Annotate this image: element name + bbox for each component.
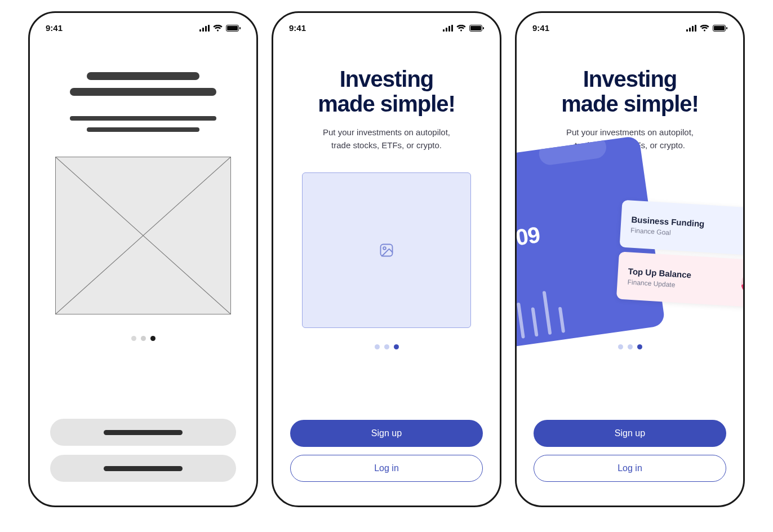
wf-button-label-placeholder [104,466,183,471]
onboarding-image-area [290,169,483,332]
svg-rect-14 [470,26,481,30]
goal-card-title: Top Up Balance [628,266,691,280]
progress-ring: 70% [740,271,745,297]
svg-rect-12 [451,25,453,32]
page-dot[interactable] [394,344,399,349]
page-indicator[interactable] [290,344,483,349]
status-bar: 9:41 [273,13,500,38]
wf-subtitle-line [70,116,216,121]
progress-label: 70% [740,271,745,297]
image-placeholder-box [302,172,471,328]
wireframe-content [30,38,256,506]
title-line: Investing [340,66,434,91]
svg-rect-3 [208,25,210,32]
status-icons [686,25,727,32]
signal-icon [199,25,210,32]
onboarding-button-group: Sign up Log in [290,420,483,487]
onboarding-subtitle: Put your investments on autopilot, trade… [290,126,483,152]
title-line: made simple! [561,91,699,116]
status-time: 9:41 [289,23,306,33]
battery-icon [713,25,727,32]
wf-secondary-button[interactable] [50,455,236,482]
subtitle-line: Put your investments on autopilot, [566,127,694,137]
svg-rect-6 [239,27,241,29]
wifi-icon [456,25,466,32]
goal-card-business-funding: Business Funding Finance Goal 70% [620,200,745,257]
progress-ring: 70% [743,219,745,245]
page-dot[interactable] [637,344,642,349]
goal-cards-stack: Business Funding Finance Goal 70% Top Up… [616,200,745,309]
onboarding-illustration: $ lance 4,509 Business Fun [517,157,743,332]
status-time: 9:41 [532,23,549,33]
page-dot[interactable] [384,344,389,349]
signup-button[interactable]: Sign up [290,420,483,447]
svg-rect-24 [726,27,727,29]
goal-card-subtitle: Finance Goal [630,226,704,238]
subtitle-line: Put your investments on autopilot, [323,127,450,137]
subtitle-line: trade stocks, ETFs, or crypto. [331,140,442,150]
onboarding-title: Investing made simple! [534,66,726,116]
page-dot[interactable] [628,344,633,349]
phone-frame-onboarding-placeholder: 9:41 Investing made simple! Put your inv… [272,11,501,507]
page-dot[interactable] [375,344,380,349]
svg-rect-21 [695,25,696,32]
wf-heading-line [87,72,199,80]
balance-bars [515,289,565,340]
wifi-icon [213,25,223,32]
onboarding-title: Investing made simple! [290,66,483,116]
status-bar: 9:41 [30,13,256,38]
status-icons [199,25,241,32]
wf-subtitle-placeholder [50,116,236,132]
progress-label: 70% [743,219,745,245]
page-dot[interactable] [141,336,146,341]
onboarding-button-group: Sign up Log in [534,420,726,487]
page-indicator[interactable] [50,336,236,341]
login-button[interactable]: Log in [534,455,726,482]
svg-rect-0 [199,29,201,32]
phone-frame-onboarding-illustration: 9:41 Investing made simple! Put your inv… [515,11,745,507]
goal-card-subtitle: Finance Update [627,278,691,290]
wf-heading-line [70,88,216,96]
signal-icon [443,25,453,32]
wf-subtitle-line [87,127,199,132]
page-dot[interactable] [131,336,136,341]
goal-card-top-up-balance: Top Up Balance Finance Update 70% [616,251,745,308]
title-line: Investing [583,66,677,91]
wf-button-label-placeholder [104,430,183,435]
login-button[interactable]: Log in [290,455,483,482]
signal-icon [686,25,696,32]
svg-rect-20 [692,26,694,32]
battery-icon [469,25,484,32]
svg-rect-5 [227,26,238,30]
status-bar: 9:41 [517,13,743,38]
svg-rect-23 [714,26,725,30]
wifi-icon [700,25,709,32]
wf-primary-button[interactable] [50,419,236,446]
status-time: 9:41 [46,23,63,33]
image-icon [379,242,394,258]
svg-rect-1 [202,28,204,32]
svg-rect-9 [443,29,445,32]
status-icons [443,25,484,32]
wf-button-group [50,419,236,487]
page-dot[interactable] [618,344,623,349]
svg-point-17 [383,247,386,250]
svg-rect-11 [448,26,450,32]
title-line: made simple! [318,91,455,116]
svg-rect-18 [686,29,688,32]
onboarding-image-area: $ lance 4,509 Business Fun [534,169,726,332]
goal-card-title: Business Funding [631,214,705,228]
signup-button[interactable]: Sign up [534,420,726,447]
svg-rect-19 [689,28,691,32]
onboarding-content: Investing made simple! Put your investme… [273,38,500,506]
onboarding-content: Investing made simple! Put your investme… [517,38,743,506]
page-indicator[interactable] [534,344,726,349]
battery-icon [226,25,241,32]
wf-image-placeholder [55,157,231,314]
wf-heading-placeholder [50,72,236,96]
page-dot[interactable] [150,336,156,341]
svg-rect-2 [205,26,207,32]
svg-rect-15 [483,27,484,29]
svg-rect-10 [446,28,447,32]
phone-frame-wireframe: 9:41 [28,11,258,507]
